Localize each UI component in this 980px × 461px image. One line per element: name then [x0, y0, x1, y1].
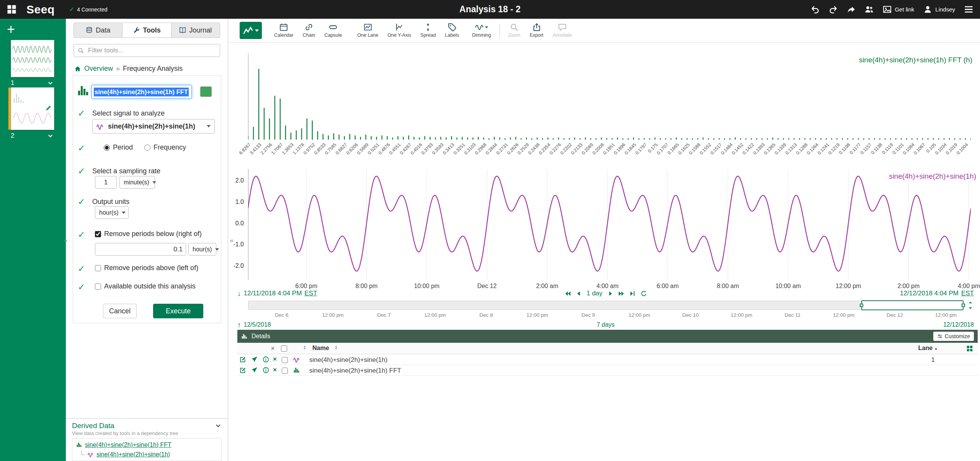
investigate-start-date[interactable]: 12/5/2018 — [244, 321, 271, 328]
users-icon[interactable] — [865, 5, 874, 14]
available-outside-checkbox[interactable] — [95, 283, 101, 290]
edit-item-icon[interactable] — [240, 367, 246, 373]
edit-pencil-icon[interactable] — [45, 104, 52, 111]
share-icon[interactable] — [847, 5, 856, 14]
toolbar-export[interactable]: Export — [525, 23, 548, 38]
tab-tools[interactable]: Tools — [122, 23, 171, 38]
row-item-name[interactable]: sine(4h)+sine(2h)+sine(1h) FFT — [309, 367, 401, 375]
derived-data-link[interactable]: sine(4h)+sine(2h)+sine(1h) — [96, 451, 170, 458]
connection-status[interactable]: ✓ 4 Connected — [69, 7, 108, 13]
send-item-icon[interactable] — [251, 356, 258, 363]
range-handle-right[interactable] — [962, 304, 965, 307]
toolbar-calendar[interactable]: Calendar — [270, 23, 298, 38]
worksheet-2-thumbnail[interactable] — [11, 87, 54, 130]
step-forward-half-icon[interactable] — [607, 290, 614, 297]
toolbar-chain[interactable]: Chain — [298, 23, 320, 38]
step-back-full-icon[interactable] — [564, 290, 571, 297]
chevron-down-icon[interactable] — [47, 133, 54, 139]
signal-select-dropdown[interactable]: sine(4h)+sine(2h)+sine(1h) — [92, 119, 215, 134]
remove-item-icon[interactable]: × — [273, 366, 277, 374]
range-handle-left[interactable] — [860, 304, 863, 307]
filter-tools-search[interactable] — [74, 44, 220, 57]
row-checkbox[interactable] — [282, 368, 288, 374]
worksheet-2[interactable]: 2 — [11, 87, 54, 140]
sampling-rate-input[interactable] — [95, 176, 117, 189]
fft-bar-chart[interactable] — [248, 54, 971, 140]
chevron-down-icon[interactable] — [47, 80, 54, 86]
result-name-input[interactable]: sine(4h)+sine(2h)+sine(1h) FFT — [91, 85, 192, 99]
range-end-timezone[interactable]: EST — [961, 290, 974, 297]
auto-update-icon[interactable] — [640, 290, 647, 297]
collapse-panel-handle[interactable]: « — [229, 236, 235, 246]
redo-icon[interactable] — [829, 5, 838, 14]
lane-column-header[interactable]: Lane ▲ — [918, 345, 938, 352]
radio-frequency[interactable]: Frequency — [144, 143, 186, 151]
radio-period-input[interactable] — [104, 145, 110, 151]
toolbar-one-lane[interactable]: One Lane — [353, 23, 383, 38]
row-item-name[interactable]: sine(4h)+sine(2h)+sine(1h) — [309, 356, 387, 364]
home-icon[interactable] — [74, 65, 81, 72]
toolbar-spread[interactable]: Spread — [416, 23, 440, 38]
toolbar-one-y-axis[interactable]: One Y-Axis — [383, 23, 416, 38]
tab-data[interactable]: Data — [74, 23, 122, 38]
remove-above-checkbox[interactable] — [95, 265, 101, 271]
color-swatch-button[interactable] — [200, 86, 212, 97]
step-to-end-icon[interactable] — [629, 290, 636, 297]
toolbar-dimming[interactable]: Dimming — [467, 23, 495, 38]
investigate-end-date[interactable]: 12/12/2018 — [943, 321, 974, 328]
hamburger-menu-icon[interactable] — [964, 5, 973, 14]
execute-button[interactable]: Execute — [153, 304, 203, 318]
duration-label[interactable]: 1 day — [586, 290, 603, 297]
step-back-half-icon[interactable] — [575, 290, 582, 297]
user-menu[interactable]: Lindsey — [923, 5, 955, 14]
collapse-sidebar-handle[interactable]: « — [63, 236, 69, 246]
undo-icon[interactable] — [811, 5, 820, 14]
name-column-header[interactable]: Name — [312, 345, 329, 352]
range-start-datetime[interactable]: 12/11/2018 4:04 PM — [244, 290, 302, 297]
toolbar-capsule[interactable]: Capsule — [320, 23, 346, 38]
worksheet-1-thumbnail[interactable] — [11, 40, 54, 77]
timeline-selected-range[interactable] — [861, 300, 964, 310]
investigate-range-start[interactable]: ↑ 12/5/2018 — [237, 321, 271, 329]
info-icon[interactable] — [263, 367, 269, 373]
add-worksheet-button[interactable]: + — [0, 19, 15, 36]
remove-below-value-input[interactable] — [95, 243, 186, 256]
signal-line-chart[interactable] — [248, 169, 971, 280]
remove-item-icon[interactable]: × — [273, 355, 277, 363]
details-table-row[interactable]: × sine(4h)+sine(2h)+sine(1h) FFT — [237, 365, 978, 376]
remove-all-icon[interactable]: × — [271, 345, 274, 352]
step-forward-full-icon[interactable] — [618, 290, 625, 297]
chevron-down-icon[interactable] — [215, 422, 222, 429]
breadcrumb-overview[interactable]: Overview — [84, 65, 113, 73]
timeline-resize-icon[interactable] — [966, 301, 975, 310]
filter-tools-input[interactable] — [87, 46, 216, 55]
remove-above-option[interactable]: Remove periods above (left of) — [95, 264, 198, 272]
investigate-duration[interactable]: 7 days — [596, 321, 614, 328]
range-start-timezone[interactable]: EST — [304, 290, 317, 297]
radio-period[interactable]: Period — [104, 143, 133, 151]
output-unit-dropdown[interactable]: hour(s) — [95, 206, 129, 219]
add-column-icon[interactable] — [966, 345, 973, 352]
cancel-button[interactable]: Cancel — [103, 304, 137, 318]
toolbar-labels[interactable]: Labels — [440, 23, 464, 38]
tab-journal[interactable]: Journal — [172, 23, 220, 38]
display-range-start[interactable]: ↓ 12/11/2018 4:04 PM EST — [237, 290, 317, 297]
details-table-row[interactable]: × sine(4h)+sine(2h)+sine(1h) 1 — [237, 354, 978, 365]
derived-data-link[interactable]: sine(4h)+sine(2h)+sine(1h) FFT — [85, 441, 172, 448]
info-icon[interactable] — [263, 356, 269, 363]
select-all-checkbox[interactable] — [281, 345, 287, 352]
sort-icon[interactable]: ▲▼ — [335, 345, 338, 350]
edit-item-icon[interactable] — [240, 356, 246, 363]
apps-grid-icon[interactable] — [7, 5, 16, 14]
get-link-button[interactable]: Get link — [883, 5, 914, 14]
timeline-scrollbar[interactable] — [248, 301, 963, 310]
customize-button[interactable]: Customize — [933, 332, 974, 341]
radio-frequency-input[interactable] — [144, 145, 150, 151]
remove-below-option[interactable]: Remove periods below (right of) — [95, 230, 202, 238]
display-range-end[interactable]: 12/12/2018 4:04 PM EST — [900, 290, 974, 297]
send-item-icon[interactable] — [251, 367, 258, 373]
range-end-datetime[interactable]: 12/12/2018 4:04 PM — [900, 290, 959, 297]
sampling-unit-dropdown[interactable]: minute(s) — [119, 176, 155, 189]
worksheet-1[interactable]: 1 — [11, 40, 54, 87]
trend-view-button[interactable] — [240, 22, 262, 39]
